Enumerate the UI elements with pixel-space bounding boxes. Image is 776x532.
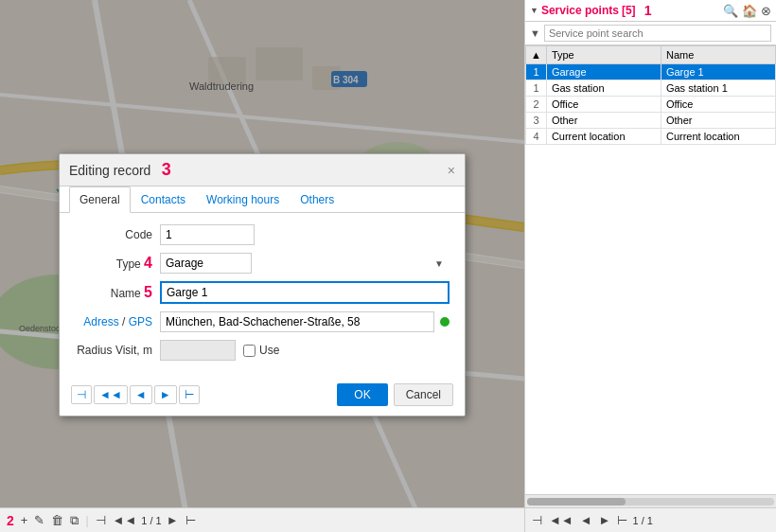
map-add-btn[interactable]: +	[19, 513, 30, 527]
type-select[interactable]: Garage Gas station Office Other Current …	[160, 253, 252, 274]
col-type[interactable]: Type	[546, 46, 661, 64]
gps-status-dot	[440, 317, 450, 327]
select-arrow-icon: ▼	[434, 258, 444, 269]
modal-overlay: Editing record 3 × General Contacts Work…	[0, 0, 524, 532]
map-page-indicator: 1 / 1	[141, 515, 161, 526]
service-points-panel: ▼ Service points [5] 1 🔍 🏠 ⊗ ▼ ▲ Type Na…	[524, 0, 776, 532]
map-copy-btn[interactable]: ⧉	[68, 513, 80, 528]
row-name: Office	[661, 97, 775, 113]
sp-prev1-btn[interactable]: ◄	[578, 513, 594, 527]
row-num: 2	[526, 97, 547, 113]
row-name: Current location	[661, 129, 775, 145]
sp-next1-btn[interactable]: ►	[597, 513, 613, 527]
type-label: Type 4	[75, 255, 160, 272]
modal-last-btn[interactable]: ⊢	[179, 385, 200, 404]
row-name: Garge 1	[661, 64, 775, 80]
modal-close-button[interactable]: ×	[448, 163, 455, 178]
row-type: Other	[546, 113, 661, 129]
map-last-btn[interactable]: ⊢	[184, 513, 198, 527]
form-row-type: Type 4 Garage Gas station Office Other C…	[75, 253, 450, 274]
row-num: 1	[526, 64, 547, 80]
map-prev-btn[interactable]: ◄◄	[111, 513, 139, 527]
row-name: Other	[661, 113, 775, 129]
modal-first-btn[interactable]: ⊣	[71, 385, 92, 404]
type-num-badge: 4	[144, 255, 152, 271]
edit-record-modal: Editing record 3 × General Contacts Work…	[59, 153, 466, 417]
sp-page-indicator: 1 / 1	[632, 515, 652, 526]
sp-num-badge-1: 1	[644, 3, 652, 18]
form-row-name: Name 5	[75, 281, 450, 304]
sp-first-btn[interactable]: ⊣	[530, 513, 544, 527]
row-type: Office	[546, 97, 661, 113]
code-input[interactable]	[160, 224, 255, 245]
home-icon[interactable]: 🏠	[742, 4, 757, 18]
use-label: Use	[259, 344, 279, 357]
cancel-button[interactable]: Cancel	[394, 383, 453, 406]
table-row[interactable]: 1 Garage Garge 1	[526, 64, 776, 80]
use-checkbox[interactable]	[243, 345, 256, 357]
map-bottom-toolbar: 2 + ✎ 🗑 ⧉ | ⊣ ◄◄ 1 / 1 ► ⊢	[0, 507, 524, 532]
table-row[interactable]: 1 Gas station Gas station 1	[526, 80, 776, 97]
map-delete-btn[interactable]: 🗑	[49, 513, 65, 527]
modal-prev2-btn[interactable]: ◄◄	[94, 385, 128, 404]
search-icon[interactable]: 🔍	[723, 4, 738, 18]
scrollbar-track	[527, 498, 774, 505]
sp-count: [5]	[622, 4, 636, 17]
map-first-btn[interactable]: ⊣	[94, 513, 108, 527]
form-row-address: Adress / GPS	[75, 311, 450, 332]
row-num: 4	[526, 129, 547, 145]
modal-footer: ⊣ ◄◄ ◄ ► ⊢ OK Cancel	[60, 378, 465, 416]
tab-working-hours[interactable]: Working hours	[196, 186, 290, 213]
service-point-search-input[interactable]	[544, 25, 771, 42]
name-label: Name 5	[75, 284, 160, 301]
sp-search-row: ▼	[525, 22, 776, 45]
radius-label: Radius Visit, m	[75, 344, 160, 357]
sp-scrollbar[interactable]	[525, 494, 776, 507]
expand-icon[interactable]: ▼	[530, 6, 538, 15]
form-row-code: Code	[75, 224, 450, 245]
tab-contacts[interactable]: Contacts	[131, 186, 196, 213]
sp-prev2-btn[interactable]: ◄◄	[547, 513, 575, 527]
close-panel-icon[interactable]: ⊗	[761, 4, 771, 18]
sp-header-left: ▼ Service points [5] 1	[530, 3, 651, 18]
map-separator: |	[85, 514, 88, 527]
sp-last-btn[interactable]: ⊢	[615, 513, 629, 527]
form-row-radius: Radius Visit, m Use	[75, 340, 450, 361]
table-row[interactable]: 4 Current location Current location	[526, 129, 776, 145]
sp-title: Service points	[541, 4, 619, 17]
address-link[interactable]: Adress	[83, 315, 118, 328]
table-row[interactable]: 2 Office Office	[526, 97, 776, 113]
sp-header: ▼ Service points [5] 1 🔍 🏠 ⊗	[525, 0, 776, 22]
modal-next1-btn[interactable]: ►	[154, 385, 177, 404]
sp-bottom-toolbar: ⊣ ◄◄ ◄ ► ⊢ 1 / 1	[525, 507, 776, 532]
tab-general[interactable]: General	[69, 186, 131, 213]
ok-button[interactable]: OK	[337, 383, 387, 406]
address-input[interactable]	[160, 311, 434, 332]
modal-navigation: ⊣ ◄◄ ◄ ► ⊢	[71, 385, 200, 404]
modal-tabs: General Contacts Working hours Others	[60, 186, 465, 213]
col-sort[interactable]: ▲	[526, 46, 547, 64]
modal-actions: OK Cancel	[337, 383, 453, 406]
modal-prev1-btn[interactable]: ◄	[130, 385, 152, 404]
address-label: Adress / GPS	[75, 315, 160, 328]
radius-input[interactable]	[160, 340, 236, 361]
type-select-wrapper: Garage Gas station Office Other Current …	[160, 253, 450, 274]
modal-title-group: Editing record 3	[69, 160, 171, 180]
scrollbar-thumb	[527, 498, 626, 505]
use-checkbox-group: Use	[243, 344, 279, 357]
modal-title-bar: Editing record 3 ×	[60, 154, 465, 186]
filter-icon[interactable]: ▼	[530, 27, 540, 39]
modal-num-badge: 3	[162, 160, 171, 179]
map-edit-btn[interactable]: ✎	[32, 513, 46, 527]
row-num: 3	[526, 113, 547, 129]
table-row[interactable]: 3 Other Other	[526, 113, 776, 129]
modal-title: Editing record	[69, 163, 150, 178]
map-next-btn[interactable]: ►	[165, 513, 181, 527]
row-type: Gas station	[546, 80, 661, 97]
gps-link[interactable]: GPS	[129, 315, 152, 328]
row-num: 1	[526, 80, 547, 97]
col-name[interactable]: Name	[661, 46, 775, 64]
row-type: Current location	[546, 129, 661, 145]
tab-others[interactable]: Others	[290, 186, 344, 213]
name-input[interactable]	[160, 281, 450, 304]
